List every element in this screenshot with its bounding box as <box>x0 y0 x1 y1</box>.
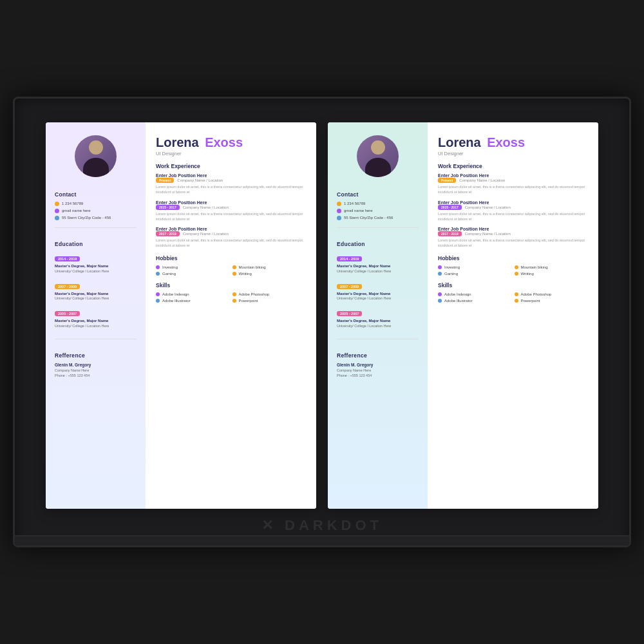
edu-badge-1a: 2014 - 2019 <box>55 256 80 261</box>
education-title-2: Education <box>337 241 419 247</box>
hobby-dot-2a <box>438 265 442 269</box>
work-desc-2c: Lorem ipsum dolor sit amet, this is a th… <box>438 238 588 249</box>
work-badge-1a: Present <box>156 178 174 183</box>
skills-grid-2: Adobe Indesign Adobe Photoshop Adobe Ill… <box>438 292 588 303</box>
skill-dot-1c <box>156 299 160 303</box>
hobbies-title-2: Hobbies <box>438 255 588 261</box>
skill-dot-1b <box>232 292 236 296</box>
hobby-label-2b: Mountain biking <box>521 265 548 269</box>
avatar-area-1 <box>55 135 137 177</box>
hobby-label-2d: Writting <box>521 272 534 276</box>
skill-dot-2d <box>515 299 518 303</box>
work-badge-2c: 2017 - 2019 <box>438 231 462 236</box>
skill-dot-1a <box>156 292 160 296</box>
hobby-label-1a: Investing <box>162 265 178 269</box>
work-company-1c: Company Name / Location <box>183 232 229 236</box>
edu-entry-1c: 2005 - 2007 Master's Degree, Major Name … <box>55 306 137 328</box>
hobby-label-2a: Investing <box>444 265 460 269</box>
skill-label-1d: Powerpoint <box>239 299 258 303</box>
hobby-item-2d: Writting <box>515 272 589 276</box>
edu-degree-2c: Master's Degree, Major Name <box>337 318 419 323</box>
work-entry-1a: Enter Job Position Here Present Company … <box>156 173 306 195</box>
work-badge-1b: 2015 - 2017 <box>156 205 180 210</box>
work-header-1b: 2015 - 2017 Company Name / Location <box>156 205 306 210</box>
edu-degree-2a: Master's Degree, Major Name <box>337 263 419 269</box>
hobby-label-1c: Gaming <box>162 272 176 276</box>
work-pos-2c: Enter Job Position Here <box>438 227 588 231</box>
skill-item-1a: Adobe Indesign <box>156 292 230 296</box>
hobby-dot-2c <box>438 272 442 276</box>
skill-label-1a: Adobe Indesign <box>162 292 189 296</box>
sidebar-1: Contact 1 234 56789 gmail name here 55 S… <box>46 122 146 509</box>
phone-text-2: 1 234 56789 <box>344 202 365 207</box>
address-text-2: 55 Sterrt City/Zip Code - 456 <box>344 216 393 221</box>
work-company-1a: Company Name / Location <box>177 178 223 182</box>
skill-label-1b: Adobe Photoshop <box>239 292 270 296</box>
email-text-1: gmail name here <box>62 209 91 214</box>
address-item-1: 55 Sterrt City/Zip Code - 456 <box>55 216 137 221</box>
edu-college-1c: University/ College l Location Here <box>55 324 137 328</box>
work-entry-2a: Enter Job Position Here Present Company … <box>438 173 588 195</box>
skills-title-1: Skills <box>156 282 306 289</box>
hobby-label-1d: Writting <box>239 272 252 276</box>
work-entry-1c: Enter Job Position Here 2017 - 2019 Comp… <box>156 227 306 249</box>
edu-college-2c: University/ College l Location Here <box>337 324 419 328</box>
edu-college-1a: University/ College l Location Here <box>55 269 137 274</box>
skill-dot-2b <box>515 292 518 296</box>
ref-name-1: Glenin M. Gregory <box>55 363 137 367</box>
edu-entry-1b: 2007 - 2009 Master's Degree, Major Name … <box>55 279 137 301</box>
work-badge-1c: 2017 - 2019 <box>156 231 180 236</box>
skill-label-2a: Adobe Indesign <box>444 292 471 296</box>
edu-college-2a: University/ College l Location Here <box>337 269 419 274</box>
skill-label-2d: Powerpoint <box>521 299 540 303</box>
contact-title-1: Contact <box>55 191 137 198</box>
work-desc-1a: Lorem ipsum dolor sit amet, this is a th… <box>156 184 306 195</box>
hobbies-title-1: Hobbies <box>156 255 306 261</box>
contact-title-2: Contact <box>337 191 419 198</box>
work-pos-1a: Enter Job Position Here <box>156 173 306 178</box>
ref-company-2: Company Name Here <box>337 368 419 374</box>
email-item-2: gmail name here <box>337 209 419 214</box>
skill-item-2a: Adobe Indesign <box>438 292 512 296</box>
skill-item-1d: Powerpoint <box>232 299 307 303</box>
avatar-1 <box>75 135 117 177</box>
hobbies-grid-2: Investing Mountain biking Gaming Writtin… <box>438 265 588 276</box>
hobby-dot-1d <box>232 272 236 276</box>
hobby-item-1c: Gaming <box>156 272 230 276</box>
hobby-item-1a: Investing <box>156 265 230 269</box>
phone-dot-2 <box>337 202 341 206</box>
phone-item-2: 1 234 56789 <box>337 202 419 207</box>
reference-title-2: Refference <box>337 352 419 359</box>
phone-text-1: 1 234 56789 <box>62 202 83 207</box>
name-last-1: Exoss <box>205 135 243 149</box>
work-header-1c: 2017 - 2019 Company Name / Location <box>156 231 306 236</box>
phone-dot-1 <box>55 202 59 206</box>
resume-card-1: Contact 1 234 56789 gmail name here 55 S… <box>46 122 316 509</box>
skill-dot-2a <box>438 292 442 296</box>
display-frame: Contact 1 234 56789 gmail name here 55 S… <box>13 97 631 547</box>
work-badge-2a: Present <box>438 178 456 183</box>
hobby-dot-2d <box>515 272 518 276</box>
skill-item-1c: Adobe Illustrator <box>156 299 230 303</box>
address-dot-1 <box>55 216 59 220</box>
ref-name-2: Glenin M. Gregory <box>337 363 419 367</box>
work-company-2a: Company Name / Location <box>459 178 505 182</box>
watermark: ✕ DARKDOT <box>261 517 383 534</box>
email-item-1: gmail name here <box>55 209 137 214</box>
skill-item-1b: Adobe Photoshop <box>232 292 307 296</box>
work-desc-1c: Lorem ipsum dolor sit amet, this is a th… <box>156 238 306 249</box>
work-entry-1b: Enter Job Position Here 2015 - 2017 Comp… <box>156 200 306 222</box>
hobby-label-2c: Gaming <box>444 272 458 276</box>
edu-badge-2a: 2014 - 2019 <box>337 256 362 261</box>
name-last-2: Exoss <box>487 135 525 149</box>
resume-card-2: Contact 1 234 56789 gmail name here 55 S… <box>328 122 598 509</box>
skills-title-2: Skills <box>438 282 588 289</box>
edu-entry-1a: 2014 - 2019 Master's Degree, Major Name … <box>55 251 137 274</box>
edu-entry-2c: 2005 - 2007 Master's Degree, Major Name … <box>337 306 419 328</box>
ref-company-1: Company Name Here <box>55 368 137 374</box>
ref-phone-1: Phone : +555 123 454 <box>55 374 137 379</box>
work-entry-2c: Enter Job Position Here 2017 - 2019 Comp… <box>438 227 588 249</box>
education-title-1: Education <box>55 241 137 247</box>
hobby-item-2c: Gaming <box>438 272 512 276</box>
skill-dot-2c <box>438 299 442 303</box>
